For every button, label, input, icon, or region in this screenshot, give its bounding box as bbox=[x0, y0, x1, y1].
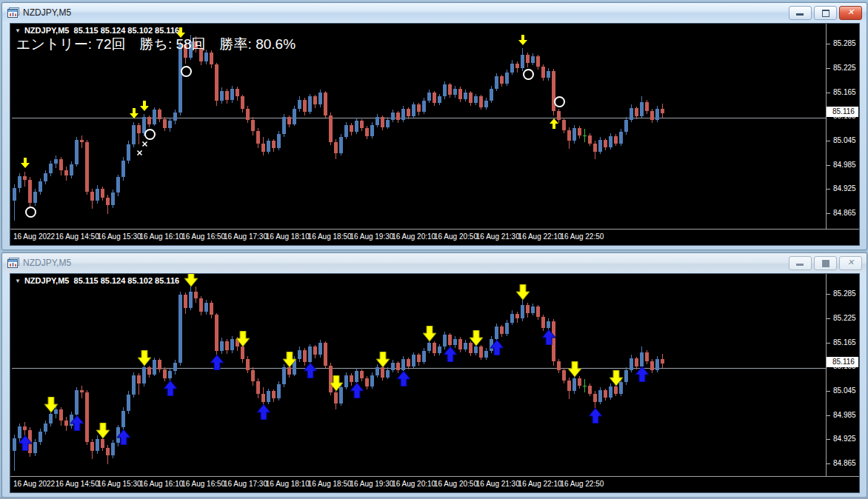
chart-area[interactable]: ▼NZDJPY,M5 85.115 85.124 85.102 85.116 8… bbox=[10, 273, 860, 493]
price-tick-label: 85.225 bbox=[827, 314, 859, 323]
candle-body bbox=[422, 101, 426, 112]
time-tick-label: 16 Aug 22:50 bbox=[560, 480, 604, 488]
candle-body bbox=[28, 180, 32, 203]
candle-body bbox=[90, 442, 94, 451]
candle-body bbox=[624, 120, 628, 132]
candle-body bbox=[256, 381, 260, 394]
candle-body bbox=[261, 394, 265, 402]
window-title: NZDJPY,M5 bbox=[23, 7, 71, 18]
time-tick-label: 16 Aug 18:50 bbox=[308, 232, 352, 241]
candle-body bbox=[464, 93, 467, 99]
candle-body bbox=[90, 192, 94, 201]
candle-body bbox=[370, 375, 374, 386]
candle-body bbox=[13, 438, 16, 451]
candle-body bbox=[505, 323, 509, 334]
chart-header: ▼NZDJPY,M5 85.115 85.124 85.102 85.116 bbox=[15, 276, 179, 285]
candle-body bbox=[308, 96, 312, 112]
close-button[interactable]: ✕ bbox=[839, 6, 862, 20]
sell-signal-arrow-icon bbox=[236, 331, 250, 350]
candle-body bbox=[375, 117, 379, 125]
candle-body bbox=[137, 375, 141, 384]
sell-signal-arrow-icon bbox=[329, 375, 344, 395]
entry-circle-icon bbox=[181, 66, 192, 77]
candle-body bbox=[645, 352, 649, 361]
candle-body bbox=[427, 93, 431, 101]
candle-body bbox=[267, 391, 270, 402]
price-tick-label: 85.225 bbox=[827, 64, 859, 73]
candle-body bbox=[578, 128, 581, 135]
candle-body bbox=[474, 96, 478, 103]
price-plot[interactable] bbox=[12, 25, 826, 229]
candle-body bbox=[308, 346, 312, 362]
candle-body bbox=[277, 134, 281, 148]
candle-body bbox=[158, 360, 161, 369]
signal-stats: エントリー: 72回 勝ち: 58回 勝率: 80.6% bbox=[16, 35, 296, 54]
candle-body bbox=[298, 350, 301, 359]
candle-body bbox=[39, 181, 42, 192]
window-controls: ✕ bbox=[789, 6, 862, 20]
time-tick-label: 16 Aug 19:30 bbox=[350, 232, 393, 241]
titlebar[interactable]: NZDJPY,M5 ✕ bbox=[2, 253, 867, 272]
candle-body bbox=[344, 375, 348, 387]
candle-body bbox=[443, 335, 447, 346]
candle-body bbox=[220, 341, 224, 351]
minimize-button[interactable] bbox=[789, 256, 812, 270]
candle-body bbox=[210, 53, 213, 64]
time-tick-label: 16 Aug 2022 bbox=[13, 232, 55, 241]
candle-body bbox=[583, 386, 587, 386]
candle-body bbox=[640, 352, 644, 366]
candle-body bbox=[588, 386, 592, 394]
candle-body bbox=[438, 96, 441, 103]
candle-body bbox=[370, 125, 374, 136]
candle-body bbox=[453, 339, 457, 345]
time-tick-label: 16 Aug 17:30 bbox=[224, 232, 267, 241]
window-controls: ✕ bbox=[789, 256, 862, 270]
chart-area[interactable]: ▼NZDJPY,M5 85.115 85.124 85.102 85.116 エ… bbox=[10, 23, 860, 246]
candle-body bbox=[210, 303, 213, 315]
candle-body bbox=[630, 108, 633, 120]
candle-body bbox=[650, 361, 654, 370]
time-tick-label: 16 Aug 19:30 bbox=[350, 480, 393, 488]
cross-marker-icon bbox=[141, 137, 148, 150]
price-tick-label: 84.985 bbox=[827, 411, 859, 420]
restore-button[interactable] bbox=[814, 6, 837, 20]
candle-body bbox=[80, 390, 84, 392]
candle-body bbox=[199, 298, 203, 312]
buy-signal-arrow-icon bbox=[350, 382, 364, 401]
candle-body bbox=[458, 89, 462, 99]
sell-signal-arrow-icon bbox=[21, 158, 30, 171]
price-tick-label: 84.865 bbox=[827, 459, 859, 468]
price-tick-label: 84.865 bbox=[827, 209, 859, 218]
candle-body bbox=[401, 109, 405, 120]
candle-body bbox=[365, 378, 369, 386]
candle-body bbox=[412, 104, 415, 116]
price-plot[interactable] bbox=[12, 275, 826, 476]
minimize-button[interactable] bbox=[789, 6, 812, 20]
candle-body bbox=[168, 371, 172, 378]
candle-body bbox=[251, 120, 255, 131]
restore-button[interactable] bbox=[814, 256, 837, 270]
candle-body bbox=[121, 161, 125, 177]
candle-body bbox=[64, 421, 68, 426]
price-axis[interactable]: 85.28585.22585.16585.10585.04584.98584.9… bbox=[826, 24, 859, 230]
price-tick-label: 85.165 bbox=[827, 338, 859, 347]
chevron-down-icon: ▼ bbox=[15, 27, 21, 34]
candle-body bbox=[59, 409, 63, 421]
candle-body bbox=[293, 109, 296, 124]
candle-body bbox=[116, 177, 120, 192]
close-button[interactable]: ✕ bbox=[839, 256, 862, 270]
sell-signal-arrow-icon bbox=[130, 108, 138, 121]
time-axis[interactable]: 16 Aug 202216 Aug 14:5016 Aug 15:3016 Au… bbox=[10, 476, 859, 492]
candle-body bbox=[54, 159, 58, 164]
candle-body bbox=[251, 370, 255, 381]
titlebar[interactable]: NZDJPY,M5 ✕ bbox=[2, 3, 867, 22]
price-axis[interactable]: 85.28585.22585.16585.10585.04584.98584.9… bbox=[826, 274, 859, 477]
buy-signal-arrow-icon bbox=[303, 362, 318, 381]
close-icon: ✕ bbox=[840, 7, 861, 17]
buy-signal-arrow-icon bbox=[18, 435, 33, 454]
candle-body bbox=[464, 343, 467, 349]
candle-body bbox=[604, 140, 607, 147]
sell-signal-arrow-icon bbox=[518, 35, 527, 48]
candle-body bbox=[313, 96, 317, 104]
time-axis[interactable]: 16 Aug 202216 Aug 14:5016 Aug 15:3016 Au… bbox=[10, 229, 859, 245]
